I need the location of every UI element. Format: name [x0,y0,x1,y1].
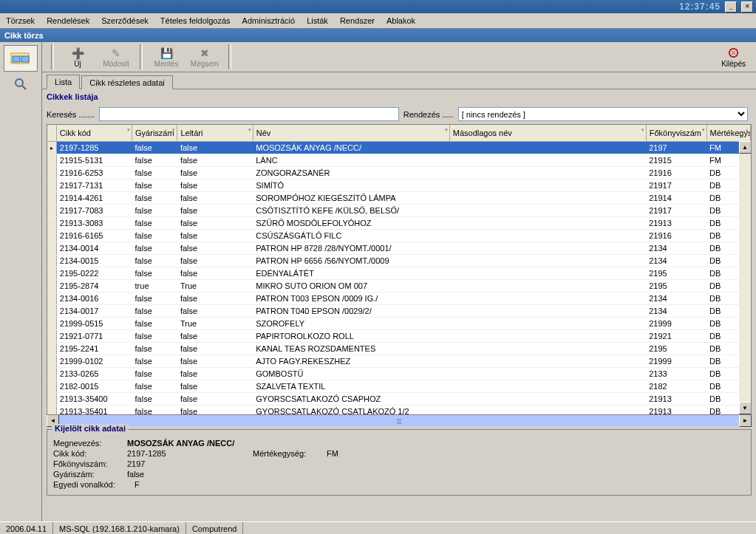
status-bar: 2006.04.11 MS-SQL (192.168.1.210-kamara)… [0,521,756,534]
edit-button[interactable]: ✎ Módosít [98,47,134,68]
clock: 12:37:45 [679,1,721,12]
table-row[interactable]: 2133-0265falsefalseGOMBOSTŰ2133DB [47,368,751,380]
table-row[interactable]: 2195-0222falsefalseEDÉNYALÁTÉT2195DB [47,267,751,280]
col-fokonyv[interactable]: Főkönyviszám▾ [646,125,706,142]
table-row[interactable]: 2182-0015falsefalseSZALVETA TEXTIL2182DB [47,380,751,393]
scroll-up-icon[interactable]: ▲ [739,141,752,154]
table-row[interactable]: 21914-4261falsefalseSOROMPÓHOZ KIEGÉSZÍT… [47,192,751,205]
menu-listak[interactable]: Listák [301,14,334,27]
list-title: Cikkek listája [42,89,756,104]
tab-bar: Lista Cikk részletes adatai [42,72,756,89]
menu-bar: Törzsek Rendelések Szerződések Tételes f… [0,13,756,29]
search-label: Keresés ....... [47,110,95,119]
status-vendor: Computrend [186,522,244,534]
minimize-button[interactable]: _ [725,1,737,13]
table-row[interactable]: 21915-5131falsefalseLÁNC21915FM [47,154,751,167]
label-mertek: Mértékegység: [253,449,319,458]
value-vonal: F [134,480,140,489]
tab-lista[interactable]: Lista [47,75,80,89]
edit-icon: ✎ [112,47,120,60]
svg-rect-2 [21,56,29,62]
save-icon: 💾 [160,47,173,60]
svg-line-4 [22,86,26,89]
new-button[interactable]: ➕ Új [60,47,95,68]
label-vonal: Egyedi vonalkód: [53,480,127,489]
sort-icon: ▾ [127,127,130,133]
search-input[interactable] [99,107,399,121]
label-kod: Cikk kód: [53,449,120,458]
exit-button[interactable]: ⮿ Kilépés [721,47,746,68]
table-row[interactable]: 21999-0102falsefalseAJTO FAGY.REKESZHEZ2… [47,355,751,368]
table-row[interactable]: 2195-2241falsefalseKANAL TEAS ROZSDAMENT… [47,343,751,355]
value-megnev: MOSOZSÁK ANYAG /NECC/ [127,439,234,448]
table-row[interactable]: 2134-0016falsefalsePATRON T003 EPSON /00… [47,292,751,305]
sort-label: Rendezés ..... [403,110,454,119]
col-nev[interactable]: Név▾ [253,125,449,142]
plus-icon: ➕ [72,47,84,60]
column-header-row: Cikk kód▾ Gyáriszám▾ Leltári▾ Név▾ Másod… [47,125,751,142]
table-row[interactable]: ▸2197-1285falsefalseMOSOZSÁK ANYAG /NECC… [47,142,751,154]
menu-rendelesek[interactable]: Rendelések [41,14,95,27]
search-row: Keresés ....... Rendezés ..... [ nincs r… [42,104,756,124]
value-gyari: false [127,470,144,479]
table-row[interactable]: 21916-6165falsefalseCSÚSZÁSGÁTLÓ FILC219… [47,230,751,242]
window-subtitle: Cikk törzs [0,29,756,42]
col-leltari[interactable]: Leltári▾ [177,125,253,142]
toolbar: ➕ Új ✎ Módosít 💾 Mentés ✖ Mégsem ⮿ Kilép… [42,42,756,72]
menu-ablakok[interactable]: Ablakok [381,14,421,27]
label-fokonyv: Főkönyviszám: [53,459,120,468]
table-row[interactable]: 21999-0515falseTrueSZOROFELY21999DB [47,318,751,330]
save-button[interactable]: 💾 Mentés [149,47,184,68]
value-mertek: FM [327,449,338,458]
menu-admin[interactable]: Adminisztráció [236,14,302,27]
horizontal-scrollbar[interactable]: ◄ ¦¦¦ ► [47,415,752,426]
scroll-right-icon[interactable]: ► [739,414,752,427]
left-toolbar [0,42,42,521]
table-row[interactable]: 21917-7131falsefalseSIMÍTÓ21917DB [47,179,751,192]
label-gyari: Gyáriszám: [53,470,120,479]
exit-icon: ⮿ [728,47,740,60]
title-bar: 12:37:45 _ ✕ [0,0,756,13]
table-row[interactable]: 2134-0014falsefalsePATRON HP 8728 /28/NY… [47,242,751,255]
svg-point-3 [16,79,23,86]
col-gyari[interactable]: Gyáriszám▾ [132,125,177,142]
close-button[interactable]: ✕ [741,1,753,13]
table-row[interactable]: 21921-0771falsefalsePAPIRTOROLKOZO ROLL2… [47,330,751,343]
col-masod[interactable]: Másodlagos név▾ [449,125,646,142]
table-row[interactable]: 21913-35400falsefalseGYORSCSATLAKOZÓ CSA… [47,393,751,405]
tab-reszletes[interactable]: Cikk részletes adatai [81,75,173,89]
data-grid: Cikk kód▾ Gyáriszám▾ Leltári▾ Név▾ Másod… [47,124,752,415]
search-icon[interactable] [10,75,31,94]
table-row[interactable]: 21917-7083falsefalseCSŐTISZTÍTÓ KEFE /KÜ… [47,205,751,217]
table-row[interactable]: 2134-0015falsefalsePATRON HP 6656 /56/NY… [47,255,751,267]
col-mertek[interactable]: Mértékegys▴ [706,125,750,142]
table-row[interactable]: 2134-0017falsefalsePATRON T040 EPSON /00… [47,305,751,318]
vertical-scrollbar[interactable]: ▲ ▼ [739,141,751,414]
folder-icon[interactable] [4,45,38,72]
value-fokonyv: 2197 [127,459,145,468]
menu-teteles[interactable]: Tételes feldolgozás [154,14,236,27]
table-row[interactable]: 21916-6253falsefalseZONGORAZSANÉR21916DB [47,167,751,179]
svg-rect-1 [13,56,20,62]
table-row[interactable]: 21913-35401falsefalseGYORSCSATLAKOZÓ CSA… [47,405,751,416]
value-kod: 2197-1285 [127,449,245,458]
table-row[interactable]: 2195-2874trueTrueMIKRO SUTO ORION OM 007… [47,280,751,292]
menu-rendszer[interactable]: Rendszer [334,14,381,27]
status-db: MS-SQL (192.168.1.210-kamara) [53,522,186,534]
table-row[interactable]: 21913-3083falsefalseSZŰRŐ MOSDÓLEFOLYÓHO… [47,217,751,230]
status-date: 2006.04.11 [0,522,53,534]
sort-select[interactable]: [ nincs rendezés ] [458,107,748,121]
detail-panel: Kijelölt cikk adatai Megnevezés: MOSOZSÁ… [47,429,752,496]
detail-title: Kijelölt cikk adatai [52,424,129,433]
cancel-button[interactable]: ✖ Mégsem [187,47,222,68]
label-megnev: Megnevezés: [53,439,120,448]
cancel-icon: ✖ [200,47,209,60]
menu-torzsek[interactable]: Törzsek [0,14,41,27]
scroll-down-icon[interactable]: ▼ [739,402,752,414]
col-kod[interactable]: Cikk kód▾ [56,125,132,142]
menu-szerzodesek[interactable]: Szerződések [95,14,154,27]
